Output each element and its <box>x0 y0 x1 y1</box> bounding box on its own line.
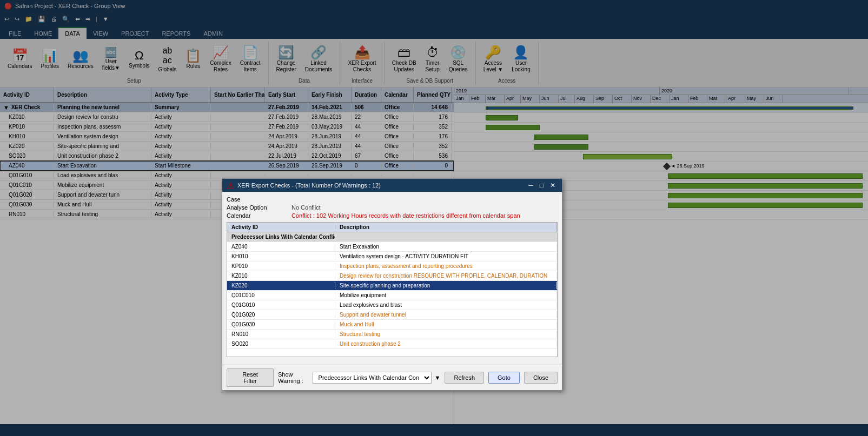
dropdown-arrow-icon: ▼ <box>435 374 441 381</box>
modal-td-id: KH010 <box>227 253 335 260</box>
modal-td-desc: Site-specific planning and preparation <box>335 282 557 289</box>
close-btn[interactable]: Close <box>524 372 558 384</box>
modal-title-bar: ⚠ XER Export Checks - (Total Number Of W… <box>222 179 562 192</box>
modal-minimize-btn[interactable]: ─ <box>526 182 535 189</box>
modal-title-controls: ─ □ ✕ <box>526 182 558 189</box>
modal-list-item[interactable]: KZ010 Design review for construction RES… <box>227 271 557 281</box>
modal-warning-icon: ⚠ <box>227 180 234 191</box>
modal-table[interactable]: Activity ID Description Predecessor Link… <box>227 222 558 357</box>
modal-td-id: KP010 <box>227 263 335 270</box>
modal-td-desc: Load explosives and blast <box>335 301 557 308</box>
modal-td-desc: Ventilation system design - ACTIVITY DUR… <box>335 253 557 260</box>
modal-info-calendar: Calendar Conflict : 102 Working Hours re… <box>227 212 558 219</box>
modal-td-id: KZ020 <box>227 282 335 289</box>
modal-td-desc: Support and dewater tunnel <box>335 311 557 318</box>
modal-td-desc: Muck and Hull <box>335 321 557 328</box>
show-warning-dropdown[interactable]: Predecessor Links With Calendar Conflict <box>313 372 432 384</box>
reset-filter-btn[interactable]: Reset Filter <box>227 368 274 387</box>
modal-dialog: ⚠ XER Export Checks - (Total Number Of W… <box>222 178 562 391</box>
modal-list-item[interactable]: Q01G020 Support and dewater tunnel <box>227 310 557 320</box>
calendar-label: Calendar <box>227 212 291 219</box>
modal-list-item[interactable]: SO020 Unit construction phase 2 <box>227 339 557 349</box>
modal-list-item[interactable]: AZ040 Start Excavation <box>227 242 557 252</box>
modal-td-desc: Inspection plans, assessment and reporti… <box>335 263 557 270</box>
modal-td-id: Q01G030 <box>227 321 335 328</box>
modal-td-id: RN010 <box>227 331 335 338</box>
modal-close-title-btn[interactable]: ✕ <box>548 182 558 189</box>
modal-th-desc: Description <box>335 223 557 232</box>
modal-info-case: Case <box>227 196 558 203</box>
modal-list-item-selected[interactable]: KZ020 Site-specific planning and prepara… <box>227 281 557 291</box>
modal-td-id: SO020 <box>227 340 335 347</box>
modal-list-item[interactable]: Q01C010 Mobilize equipment <box>227 291 557 300</box>
modal-table-header: Activity ID Description <box>227 223 557 232</box>
case-label: Case <box>227 196 291 203</box>
modal-td-id: AZ040 <box>227 243 335 250</box>
modal-list-item[interactable]: Q01G010 Load explosives and blast <box>227 300 557 310</box>
modal-group-header: Predecessor Links With Calendar Conflict <box>227 232 557 242</box>
case-value <box>291 196 558 203</box>
modal-footer: Reset Filter Show Warning : Predecessor … <box>222 365 562 390</box>
modal-body: Case Analyse Option No Conflict Calendar… <box>222 192 562 365</box>
modal-td-desc: Start Excavation <box>335 243 557 250</box>
modal-td-id: KZ010 <box>227 272 335 279</box>
modal-list-item[interactable]: Q01G030 Muck and Hull <box>227 320 557 330</box>
modal-th-id: Activity ID <box>227 223 335 232</box>
modal-td-desc: Unit construction phase 2 <box>335 340 557 347</box>
modal-td-id: Q01G020 <box>227 311 335 318</box>
modal-list-item[interactable]: KH010 Ventilation system design - ACTIVI… <box>227 252 557 261</box>
modal-td-desc: Design review for construction RESOURCE … <box>335 272 557 279</box>
modal-list-item[interactable]: KP010 Inspection plans, assessment and r… <box>227 261 557 271</box>
modal-title: XER Export Checks - (Total Number Of War… <box>237 182 381 189</box>
modal-td-id: Q01C010 <box>227 292 335 299</box>
goto-btn[interactable]: Goto <box>488 372 520 384</box>
modal-td-group-desc <box>335 237 557 238</box>
modal-maximize-btn[interactable]: □ <box>538 182 546 189</box>
show-warning-container: Show Warning : Predecessor Links With Ca… <box>278 371 440 384</box>
modal-td-id: Q01G010 <box>227 301 335 308</box>
calendar-value: Conflict : 102 Working Hours records wit… <box>291 212 558 219</box>
modal-td-desc: Structural testing <box>335 331 557 338</box>
modal-info-analyse: Analyse Option No Conflict <box>227 204 558 211</box>
analyse-label: Analyse Option <box>227 204 291 211</box>
analyse-value: No Conflict <box>291 204 558 211</box>
modal-td-group: Predecessor Links With Calendar Conflict <box>227 233 335 240</box>
refresh-btn[interactable]: Refresh <box>445 372 484 384</box>
modal-list-item[interactable]: RN010 Structural testing <box>227 330 557 339</box>
modal-overlay: ⚠ XER Export Checks - (Total Number Of W… <box>0 0 868 436</box>
show-warning-label: Show Warning : <box>278 371 309 384</box>
modal-td-desc: Mobilize equipment <box>335 292 557 299</box>
